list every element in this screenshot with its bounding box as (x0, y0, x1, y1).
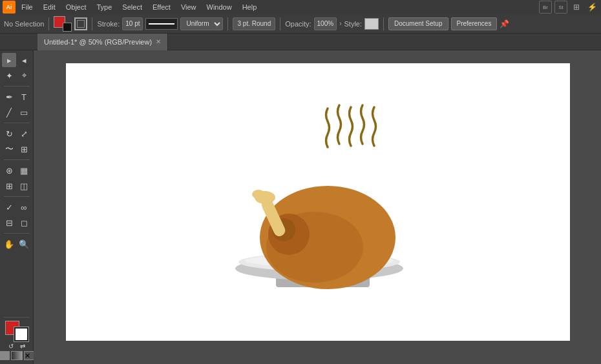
warp-transform-tools: 〜 ⊞ (2, 142, 31, 156)
grid-icon[interactable]: ⊞ (570, 1, 583, 14)
svg-point-10 (252, 190, 265, 199)
menu-effect[interactable]: Effect (148, 2, 175, 12)
swap-icon[interactable]: ⇄ (20, 343, 25, 350)
separator-1 (4, 86, 30, 86)
hand-tool[interactable]: ✋ (2, 237, 16, 251)
color-swatch-group[interactable] (5, 321, 28, 341)
selection-tools: ▸ ◂ (2, 53, 31, 67)
eyedropper-tool[interactable]: ✓ (2, 200, 16, 214)
stroke-label: Stroke: (97, 20, 120, 28)
separator-6 (4, 317, 30, 318)
mode-icons: ✕ (0, 351, 36, 360)
magic-lasso-tools: ✦ ⌖ (2, 68, 31, 83)
type-tool[interactable]: T (17, 90, 31, 104)
stock-logo: St (554, 1, 567, 14)
menu-help[interactable]: Help (238, 2, 262, 12)
direct-selection-tool[interactable]: ◂ (17, 53, 31, 67)
mesh-tool[interactable]: ⊞ (2, 179, 16, 193)
color-tools: ↺ ⇄ ✕ (0, 315, 36, 364)
gradient-mode-btn[interactable] (11, 351, 23, 360)
rotate-scale-tools: ↻ ⤢ (2, 126, 31, 141)
menu-view[interactable]: View (176, 2, 201, 12)
separator-5 (4, 233, 30, 234)
stroke-type-select[interactable]: Uniform (180, 17, 223, 30)
opacity-label: Opacity: (285, 20, 311, 28)
color-mode-btn[interactable] (0, 351, 10, 360)
blend-tool[interactable]: ∞ (17, 200, 31, 214)
reset-swap-icons: ↺ ⇄ (8, 343, 25, 350)
stroke-weight-input[interactable]: 10 pt (122, 17, 143, 30)
opacity-arrow[interactable]: › (339, 20, 341, 27)
opacity-value: 100% (317, 20, 334, 27)
menu-select[interactable]: Select (118, 2, 147, 12)
separator-3 (4, 159, 30, 160)
no-selection-label: No Selection (4, 20, 44, 28)
doc-setup-button[interactable]: Document Setup (388, 17, 448, 30)
rectangle-tool[interactable]: ▭ (17, 105, 31, 119)
divider-5 (383, 17, 384, 30)
turkey-illustration (215, 102, 421, 302)
line-tool[interactable]: ╱ (2, 105, 16, 119)
ai-logo: Ai (3, 1, 16, 14)
menu-type[interactable]: Type (92, 2, 117, 12)
slice-tool[interactable]: ⊟ (2, 216, 16, 230)
stroke-selector[interactable] (74, 17, 87, 30)
selection-tool[interactable]: ▸ (2, 53, 16, 67)
preferences-button[interactable]: Preferences (451, 17, 498, 30)
menu-window[interactable]: Window (202, 2, 237, 12)
style-label: Style: (344, 20, 362, 28)
rotate-tool[interactable]: ↻ (2, 126, 16, 141)
pen-type-tools: ✒ T (2, 90, 31, 104)
stroke-cap-value: 3 pt. Round (237, 20, 271, 27)
left-toolbar: ▸ ◂ ✦ ⌖ ✒ T ╱ ▭ ↻ ⤢ 〜 ⊞ ⊛ ▦ ⊞ (0, 50, 34, 364)
app-logos: Br St ⊞ ⚡ (539, 1, 598, 14)
menu-object[interactable]: Object (61, 2, 91, 12)
zoom-tool[interactable]: 🔍 (17, 237, 31, 251)
menu-edit[interactable]: Edit (39, 2, 60, 12)
divider-3 (227, 17, 228, 30)
column-graph-tool[interactable]: ▦ (17, 163, 31, 177)
stroke-cap-select[interactable]: 3 pt. Round (233, 17, 275, 30)
divider-1 (48, 17, 49, 30)
reset-icon[interactable]: ↺ (8, 343, 14, 350)
divider-2 (92, 17, 92, 30)
canvas-area[interactable] (34, 50, 601, 364)
symbol-graph-tools: ⊛ ▦ (2, 163, 31, 177)
symbol-spray-tool[interactable]: ⊛ (2, 163, 16, 177)
bridge-logo: Br (539, 1, 552, 14)
stroke-color-swatch (63, 23, 72, 32)
stroke-line-preview[interactable] (145, 18, 178, 30)
slice-eraser-tools: ⊟ ◻ (2, 216, 31, 230)
line-shape-tools: ╱ ▭ (2, 105, 31, 119)
mesh-gradient-tools: ⊞ ◫ (2, 179, 31, 193)
hand-zoom-tools: ✋ 🔍 (2, 237, 31, 251)
stroke-value: 10 pt (125, 20, 140, 27)
opacity-input[interactable]: 100% (314, 17, 337, 30)
flash-icon[interactable]: ⚡ (585, 1, 598, 14)
tab-bar: Untitled-1* @ 50% (RGB/Preview) ✕ (0, 34, 601, 50)
artboard (66, 63, 570, 341)
warp-tool[interactable]: 〜 (2, 142, 16, 156)
eyedropper-blend-tools: ✓ ∞ (2, 200, 31, 214)
fill-color-box[interactable] (54, 16, 72, 32)
gradient-tool[interactable]: ◫ (17, 179, 31, 193)
eraser-tool[interactable]: ◻ (17, 216, 31, 230)
lasso-tool[interactable]: ⌖ (17, 68, 31, 83)
pin-icon[interactable]: 📌 (500, 19, 509, 28)
options-toolbar: No Selection Stroke: 10 pt Uniform 3 pt.… (0, 14, 601, 34)
magic-wand-tool[interactable]: ✦ (2, 68, 16, 83)
tab-close-button[interactable]: ✕ (156, 38, 161, 45)
separator-4 (4, 196, 30, 197)
stroke-line (149, 23, 174, 25)
main-layout: ▸ ◂ ✦ ⌖ ✒ T ╱ ▭ ↻ ⤢ 〜 ⊞ ⊛ ▦ ⊞ (0, 50, 601, 364)
pen-tool[interactable]: ✒ (2, 90, 16, 104)
menu-file[interactable]: File (17, 2, 37, 12)
free-transform-tool[interactable]: ⊞ (17, 142, 31, 156)
tab-title: Untitled-1* @ 50% (RGB/Preview) (44, 38, 152, 46)
menu-bar: Ai File Edit Object Type Select Effect V… (0, 0, 601, 14)
separator-2 (4, 123, 30, 123)
scale-tool[interactable]: ⤢ (17, 126, 31, 141)
stroke-swatch[interactable] (14, 327, 28, 341)
style-selector[interactable] (364, 18, 379, 30)
document-tab[interactable]: Untitled-1* @ 50% (RGB/Preview) ✕ (37, 34, 168, 50)
